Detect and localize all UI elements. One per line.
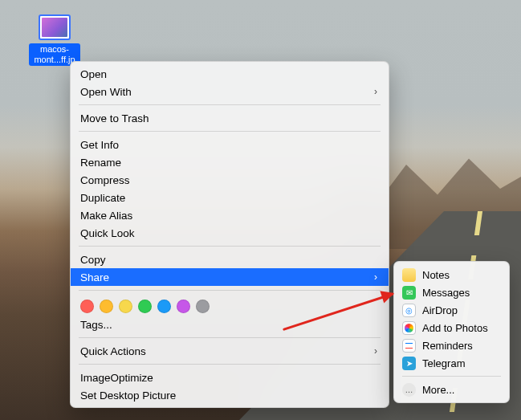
menu-item-label: Copy [80,254,106,266]
menu-separator [79,131,381,132]
menu-item-label: ImageOptimize [80,372,153,384]
tag-color-swatch[interactable] [177,300,190,313]
menu-item-label: Rename [80,157,121,169]
messages-icon: ✉ [402,286,416,300]
menu-item-get-info[interactable]: Get Info [71,136,389,153]
menu-separator [79,337,381,338]
share-submenu: Notes✉Messages◎AirDropAdd to PhotosRemin… [393,261,510,403]
share-item-messages[interactable]: ✉Messages [394,283,509,301]
share-item-add-to-photos[interactable]: Add to Photos [394,319,509,336]
share-item-label: Notes [422,269,450,281]
desktop-file[interactable]: macos-mont...ff.jp [29,14,80,66]
menu-item-move-to-trash[interactable]: Move to Trash [71,109,389,127]
menu-item-label: Get Info [80,139,119,151]
share-item-more[interactable]: …More... [394,381,509,398]
menu-item-imageoptimize[interactable]: ImageOptimize [71,369,389,386]
share-item-reminders[interactable]: Reminders [394,336,509,354]
tag-color-swatch[interactable] [196,300,210,313]
share-item-label: Messages [422,287,470,299]
share-item-airdrop[interactable]: ◎AirDrop [394,301,509,319]
share-item-notes[interactable]: Notes [394,266,509,283]
menu-item-label: Quick Actions [80,345,146,357]
chevron-right-icon: › [374,345,377,357]
menu-item-label: Open With [80,86,132,98]
menu-item-make-alias[interactable]: Make Alias [71,206,389,224]
share-item-label: Reminders [422,340,473,352]
share-item-label: Add to Photos [422,322,488,334]
menu-item-share[interactable]: Share› [71,268,389,286]
menu-item-tags[interactable]: Tags... [71,316,389,333]
menu-item-label: Open [80,68,107,80]
photos-icon [402,321,416,335]
menu-item-copy[interactable]: Copy [71,251,389,268]
tag-color-swatch[interactable] [100,300,113,313]
menu-item-label: Make Alias [80,210,132,222]
file-thumbnail-icon [39,14,71,40]
menu-separator [79,246,381,247]
tags-row [71,295,389,316]
share-item-label: AirDrop [422,304,458,316]
menu-item-label: Move to Trash [80,112,149,124]
chevron-right-icon: › [374,86,377,97]
share-item-label: Telegram [422,357,465,369]
menu-item-label: Duplicate [80,192,125,204]
menu-separator [79,364,381,365]
menu-item-quick-look[interactable]: Quick Look [71,224,389,242]
reminders-icon [402,339,416,353]
tag-color-swatch[interactable] [157,300,171,313]
menu-separator [79,104,381,105]
tag-color-swatch[interactable] [119,300,132,313]
menu-item-open-with[interactable]: Open With› [71,83,389,100]
share-item-telegram[interactable]: ➤Telegram [394,354,509,372]
menu-item-quick-actions[interactable]: Quick Actions› [71,342,389,360]
notes-icon [402,268,416,282]
menu-item-label: Quick Look [80,227,135,239]
menu-item-rename[interactable]: Rename [71,153,389,171]
share-item-label: More... [422,384,454,396]
menu-item-set-desktop-picture[interactable]: Set Desktop Picture [71,386,389,404]
telegram-icon: ➤ [402,357,416,370]
chevron-right-icon: › [374,271,377,283]
airdrop-icon: ◎ [402,304,416,317]
menu-separator [79,290,381,291]
tag-color-swatch[interactable] [138,300,152,313]
menu-item-duplicate[interactable]: Duplicate [71,189,389,206]
context-menu: OpenOpen With›Move to TrashGet InfoRenam… [70,61,389,408]
more-icon: … [402,383,416,397]
menu-item-open[interactable]: Open [71,65,389,83]
menu-item-label: Tags... [80,319,112,331]
submenu-separator [402,376,501,377]
menu-item-label: Compress [80,174,130,186]
menu-item-compress[interactable]: Compress [71,171,389,189]
menu-item-label: Share [80,271,109,283]
menu-item-label: Set Desktop Picture [80,389,176,402]
tag-color-swatch[interactable] [80,300,94,313]
